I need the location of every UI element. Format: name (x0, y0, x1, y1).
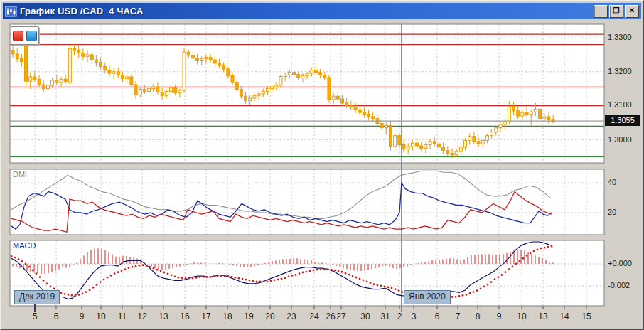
close-button[interactable]: ✕ (625, 5, 639, 18)
svg-text:6: 6 (435, 312, 440, 321)
current-price-tag: 1.3055 (605, 115, 640, 126)
month-label-jan: Янв 2020 (404, 290, 451, 304)
svg-text:14: 14 (559, 312, 569, 321)
svg-text:27: 27 (336, 312, 346, 321)
svg-text:3: 3 (412, 312, 417, 321)
svg-text:31: 31 (380, 312, 390, 321)
svg-text:12: 12 (137, 312, 147, 321)
svg-text:11: 11 (118, 312, 127, 321)
price-label-13300: 1.3300 (608, 33, 632, 41)
svg-text:23: 23 (286, 312, 296, 321)
svg-text:10: 10 (517, 312, 527, 321)
macd-axis-minus: -0.002 (608, 281, 630, 289)
red-marker-button[interactable] (13, 31, 23, 41)
title-bar[interactable]: График USD /CAD 4 ЧАСА _ ❐ ✕ (3, 3, 641, 19)
svg-text:30: 30 (360, 312, 370, 321)
svg-text:20: 20 (265, 312, 275, 321)
price-label-13100: 1.3100 (608, 100, 632, 109)
svg-text:9: 9 (80, 312, 85, 321)
svg-text:7: 7 (456, 312, 461, 321)
svg-text:10: 10 (96, 312, 106, 321)
chart-canvas[interactable]: 5691011121316171819202324262730312367891… (1, 1, 644, 330)
window-title: График USD /CAD 4 ЧАСА (20, 6, 592, 16)
maximize-button[interactable]: ❐ (609, 5, 623, 18)
price-label-13200: 1.3200 (608, 67, 632, 75)
svg-text:2: 2 (397, 312, 402, 321)
svg-text:13: 13 (159, 312, 168, 321)
price-label-13000: 1.3000 (608, 135, 632, 144)
chart-window: График USD /CAD 4 ЧАСА _ ❐ ✕ 56910111213… (0, 0, 644, 330)
chart-icon (5, 6, 17, 17)
svg-text:8: 8 (476, 312, 481, 321)
svg-text:26: 26 (326, 312, 336, 321)
svg-text:13: 13 (538, 312, 548, 321)
dmi-axis-40: 40 (608, 178, 616, 186)
month-label-dec: Дек 2019 (14, 290, 60, 304)
dmi-label: DMI (13, 170, 27, 179)
svg-text:9: 9 (497, 312, 502, 321)
dmi-axis-20: 20 (608, 208, 616, 216)
blue-marker-button[interactable] (26, 31, 37, 41)
marker-toolbar (11, 26, 39, 45)
minimize-button[interactable]: _ (594, 5, 608, 18)
svg-text:6: 6 (54, 312, 59, 321)
svg-text:19: 19 (244, 312, 254, 321)
svg-text:17: 17 (201, 312, 211, 321)
svg-text:15: 15 (581, 312, 591, 321)
macd-label: MACD (13, 241, 36, 250)
svg-text:5: 5 (33, 312, 38, 321)
svg-text:16: 16 (180, 312, 190, 321)
svg-text:18: 18 (222, 312, 232, 321)
main-panel-bg (10, 24, 604, 163)
macd-axis-zero: +0.000 (608, 259, 632, 267)
dmi-panel-bg (10, 169, 604, 235)
svg-text:24: 24 (309, 312, 319, 321)
